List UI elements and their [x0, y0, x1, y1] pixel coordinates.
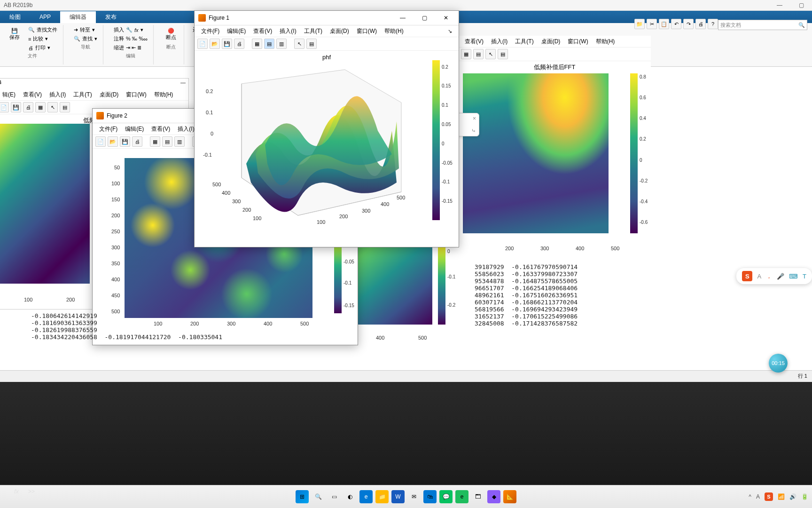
menu-tool[interactable]: 工具(T)	[512, 37, 536, 47]
arrow-icon[interactable]: ↖	[47, 102, 58, 112]
menu-view[interactable]: 查看(V)	[250, 26, 275, 36]
menu-tool[interactable]: 工具(T)	[301, 26, 325, 36]
menu-insert[interactable]: 插入(I)	[47, 90, 69, 100]
compare-button[interactable]: ≡ 比较 ▾	[26, 35, 59, 43]
menu-desktop[interactable]: 桌面(D)	[539, 37, 563, 47]
figure-1-titlebar[interactable]: Figure 1 — ▢ ✕	[195, 11, 459, 25]
print-button[interactable]: 🖨 打印 ▾	[26, 44, 59, 52]
print-icon[interactable]: 🖨	[132, 136, 142, 147]
menu-file[interactable]: 文件(F)	[198, 26, 222, 36]
save-icon[interactable]: 💾	[11, 102, 21, 112]
brush-icon[interactable]: ▦	[252, 39, 262, 49]
menu-file[interactable]: 文件(F)	[96, 124, 120, 134]
find-file-button[interactable]: 🔍 查找文件	[26, 26, 59, 34]
close-icon[interactable]: —	[180, 79, 186, 88]
keyboard-icon[interactable]: ⌨	[789, 273, 798, 280]
menu-view[interactable]: 查看(V)	[20, 90, 45, 100]
menu-desktop[interactable]: 桌面(D)	[97, 90, 122, 100]
panel-icon[interactable]: ▤	[162, 136, 172, 147]
figure-1-axes[interactable]: phf 0.2 0.1 0 -0.1 500 400 300 200	[195, 51, 459, 244]
help-icon[interactable]: ?	[708, 19, 718, 29]
arrow-icon[interactable]: ↖	[294, 39, 304, 49]
ime-mode[interactable]: A	[757, 273, 761, 280]
code-app[interactable]: 🗔	[471, 490, 484, 503]
sogou-tray-icon[interactable]: S	[765, 492, 773, 501]
new-icon[interactable]: 📄	[0, 102, 9, 112]
panel-icon[interactable]: ▤	[473, 49, 484, 59]
save-icon[interactable]: 💾	[222, 39, 232, 49]
goto-button[interactable]: ➜ 转至 ▾	[72, 26, 99, 34]
start-button[interactable]: ⊞	[296, 490, 309, 503]
ribbon-tab-publish[interactable]: 发布	[96, 11, 126, 23]
panel-icon[interactable]: ▦	[461, 49, 471, 59]
menu-view[interactable]: 查看(V)	[462, 37, 486, 47]
comment-button[interactable]: 注释 % ‰ ‱	[112, 35, 149, 43]
menu-view[interactable]: 查看(V)	[148, 124, 173, 134]
volume-icon[interactable]: 🔊	[789, 493, 796, 500]
legend-icon[interactable]: ▤	[498, 49, 508, 59]
legend-icon[interactable]: ▤	[306, 39, 317, 49]
matlab-app[interactable]: 📐	[503, 490, 516, 503]
menu-help[interactable]: 帮助(H)	[151, 90, 176, 100]
minimize-button[interactable]: —	[769, 0, 790, 10]
new-icon[interactable]: 📄	[197, 39, 208, 49]
qat-icon[interactable]: 📋	[659, 19, 669, 29]
edge-app[interactable]: e	[359, 490, 373, 503]
ime-t[interactable]: T	[803, 273, 806, 280]
menu-help[interactable]: 帮助(H)	[382, 26, 406, 36]
save-button[interactable]: 💾 保存	[6, 26, 23, 52]
print-icon[interactable]: 🖨	[23, 102, 33, 112]
battery-icon[interactable]: 🔋	[801, 493, 808, 500]
indent-button[interactable]: 缩进 ⇥ ⇤ ≣	[112, 44, 149, 52]
close-icon[interactable]: ×	[473, 115, 476, 122]
qat-icon[interactable]: 🖨	[695, 19, 706, 29]
menu-desktop[interactable]: 桌面(D)	[327, 26, 352, 36]
menu-file[interactable]: 辑(E)	[0, 90, 18, 100]
panel-icon[interactable]: ▤	[264, 39, 274, 49]
ribbon-tab-editor[interactable]: 编辑器	[60, 11, 96, 23]
language-icon[interactable]: A	[756, 493, 760, 500]
windows-taskbar[interactable]: ⊞ 🔍 ▭ ◐ e 📁 W ✉ 🛍 💬 e 🗔 ◆ 📐 ^ A S 📶 🔊 🔋	[0, 485, 812, 508]
search-button[interactable]: 🔍	[312, 490, 325, 503]
taskview-button[interactable]: ▭	[328, 490, 341, 503]
menu-edit[interactable]: 编辑(E)	[122, 124, 147, 134]
arrow-icon[interactable]: ↖	[485, 49, 496, 59]
ime-punct[interactable]: ，	[766, 272, 772, 280]
mail-app[interactable]: ✉	[407, 490, 421, 503]
figure-1-window[interactable]: Figure 1 — ▢ ✕ 文件(F) 编辑(E) 查看(V) 插入(I) 工…	[194, 10, 459, 247]
print-icon[interactable]: 🖨	[234, 39, 244, 49]
menu-window[interactable]: 窗口(W)	[354, 26, 380, 36]
ribbon-tab-app[interactable]: APP	[30, 12, 60, 22]
menu-insert[interactable]: 插入(I)	[488, 37, 510, 47]
menu-edit[interactable]: 编辑(E)	[224, 26, 249, 36]
tray-chevron-icon[interactable]: ^	[749, 493, 751, 500]
open-icon[interactable]: 📂	[210, 39, 220, 49]
close-button[interactable]: ✕	[437, 13, 455, 23]
word-app[interactable]: W	[391, 490, 405, 503]
sogou-icon[interactable]: S	[742, 271, 752, 281]
timer-badge[interactable]: 00:15	[769, 354, 788, 373]
menu-insert[interactable]: 插入(I)	[277, 26, 299, 36]
menu-help[interactable]: 帮助(H)	[593, 37, 618, 47]
ime-toolbar[interactable]: S A ， 🎤 ⌨ T	[736, 268, 812, 284]
app-icon[interactable]: ◆	[487, 490, 500, 503]
menu-tool[interactable]: 工具(T)	[70, 90, 94, 100]
open-icon[interactable]: 📂	[108, 136, 118, 147]
browser-app[interactable]: e	[455, 490, 468, 503]
qat-icon[interactable]: ↶	[671, 19, 681, 29]
wifi-icon[interactable]: 📶	[778, 493, 785, 500]
maximize-button[interactable]: ▢	[790, 0, 812, 10]
insert-button[interactable]: 插入 🔧 fx ▾	[112, 26, 149, 34]
explorer-app[interactable]: 📁	[375, 490, 389, 503]
qat-icon[interactable]: ↷	[683, 19, 694, 29]
panel2-icon[interactable]: ▥	[174, 136, 185, 147]
qat-icon[interactable]: ✂	[647, 19, 657, 29]
brush-icon[interactable]: ▦	[35, 102, 46, 112]
widgets-button[interactable]: ◐	[344, 490, 357, 503]
search-docs-input[interactable]: 搜索文档 🔍	[718, 20, 807, 30]
menu-window[interactable]: 窗口(W)	[565, 37, 591, 47]
legend-icon[interactable]: ▤	[60, 102, 70, 112]
panel2-icon[interactable]: ▥	[276, 39, 287, 49]
menu-arrow-icon[interactable]: ↘	[445, 27, 455, 35]
store-app[interactable]: 🛍	[423, 490, 437, 503]
